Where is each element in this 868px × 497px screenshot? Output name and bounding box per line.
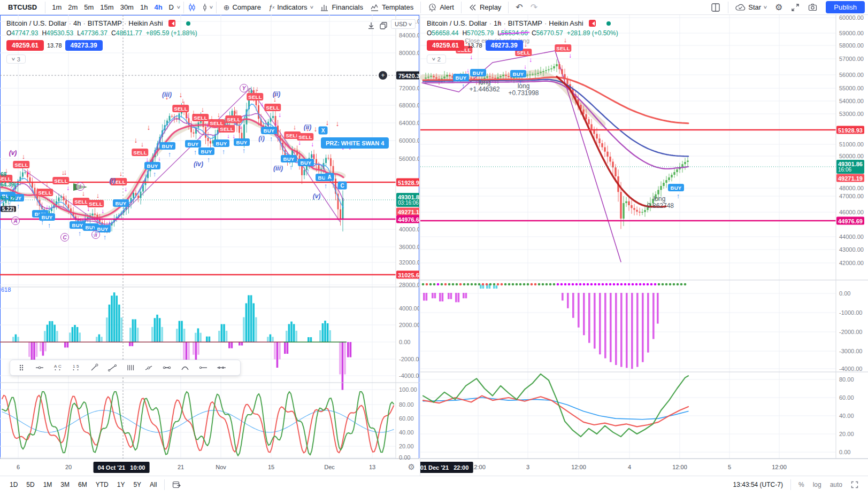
currency-unit-button[interactable]: USD∨ bbox=[391, 19, 416, 29]
camera-icon[interactable] bbox=[804, 3, 821, 11]
settings-gear-icon[interactable]: ⚙ bbox=[771, 3, 787, 12]
range-6m[interactable]: 6M bbox=[74, 479, 91, 491]
price-tick[interactable]: 46000.00 bbox=[839, 209, 864, 215]
price-tick[interactable]: 56000.00 bbox=[839, 72, 864, 78]
left-time-axis[interactable]: ⚙ 62021Nov15Dec1304 Oct '21 10:00 bbox=[0, 459, 419, 476]
price-tick[interactable]: 4000.00 bbox=[399, 305, 419, 312]
log-scale-button[interactable]: log bbox=[809, 479, 826, 491]
price-tick[interactable]: 56000.00 bbox=[399, 156, 419, 162]
time-label[interactable]: Dec bbox=[324, 464, 335, 470]
templates-button[interactable]: Templates bbox=[367, 1, 417, 14]
compare-button[interactable]: ⊕ Compare bbox=[220, 1, 265, 14]
sell-price-button[interactable]: 49259.61 bbox=[427, 40, 464, 51]
vertical-bars-icon[interactable] bbox=[121, 361, 140, 375]
buy-price-button[interactable]: 49273.39 bbox=[486, 40, 523, 51]
price-tick[interactable]: 0.00 bbox=[839, 290, 850, 297]
timeframe-D[interactable]: D bbox=[166, 3, 177, 11]
price-tick[interactable]: 36000.00 bbox=[399, 244, 419, 250]
price-tick[interactable]: 80.00 bbox=[839, 376, 854, 383]
sell-price-button[interactable]: 49259.61 bbox=[6, 40, 44, 51]
time-label[interactable]: 21 bbox=[178, 464, 184, 470]
symbol-button[interactable]: BTCUSD bbox=[3, 3, 42, 11]
price-tick[interactable]: 58000.00 bbox=[839, 42, 864, 49]
range-3m[interactable]: 3M bbox=[56, 479, 74, 491]
price-tick[interactable]: 20.00 bbox=[839, 431, 854, 437]
elliott-15-icon[interactable]: 15 bbox=[67, 361, 85, 375]
price-tick[interactable]: 40.00 bbox=[839, 413, 854, 419]
price-tick[interactable]: 40000.00 bbox=[399, 226, 419, 232]
price-tick[interactable]: 51000.00 bbox=[839, 141, 864, 147]
range-all[interactable]: All bbox=[145, 479, 161, 491]
price-tick[interactable]: 53000.00 bbox=[839, 111, 864, 117]
price-tick[interactable]: 48000.00 bbox=[839, 185, 864, 191]
maximize-chart-icon[interactable] bbox=[847, 479, 863, 491]
range-ytd[interactable]: YTD bbox=[91, 479, 113, 491]
price-tick[interactable]: -2000.00 bbox=[399, 356, 419, 362]
price-tick[interactable]: 84000.00 bbox=[399, 32, 419, 38]
price-tick[interactable]: 59000.00 bbox=[839, 30, 864, 36]
axis-settings-gear-icon[interactable]: ⚙ bbox=[408, 462, 415, 472]
trend-line-icon[interactable] bbox=[103, 361, 121, 375]
price-tick[interactable]: 57000.00 bbox=[839, 56, 864, 62]
price-tick[interactable]: 54000.00 bbox=[839, 98, 864, 104]
timeframe-1h[interactable]: 1h bbox=[137, 3, 151, 11]
clock-label[interactable]: 13:43:54 (UTC-7) bbox=[729, 481, 787, 488]
chevron-down-icon[interactable]: ∨ bbox=[209, 5, 213, 10]
price-tick[interactable]: 72000.00 bbox=[399, 85, 419, 91]
price-tick[interactable]: -3000.00 bbox=[839, 348, 862, 354]
save-layout-button[interactable]: Star ∨ bbox=[732, 1, 771, 14]
price-tick[interactable]: 80.00 bbox=[399, 401, 414, 408]
price-tick[interactable]: 68000.00 bbox=[399, 102, 419, 108]
price-tick[interactable]: 60.00 bbox=[839, 394, 854, 401]
time-label[interactable]: 12:00 bbox=[772, 464, 787, 470]
alert-button[interactable]: Alert bbox=[424, 1, 458, 14]
time-label[interactable]: 15 bbox=[268, 464, 274, 470]
price-tick[interactable]: 20.00 bbox=[399, 443, 414, 449]
financials-button[interactable]: Financials bbox=[317, 1, 367, 14]
pin-icon[interactable] bbox=[85, 361, 103, 375]
time-label[interactable]: 20 bbox=[65, 464, 72, 470]
price-tick[interactable]: 0.00 bbox=[839, 449, 850, 455]
price-tick[interactable]: 0.00 bbox=[399, 339, 410, 345]
drag-handle-icon[interactable] bbox=[12, 361, 30, 375]
price-tick[interactable]: 64000.00 bbox=[399, 120, 419, 126]
price-tick[interactable]: -4000.00 bbox=[399, 372, 419, 379]
price-tick[interactable]: -4000.00 bbox=[839, 366, 862, 372]
left-chart-title[interactable]: Bitcoin / U.S. Dollar · 4h · BITSTAMP · … bbox=[6, 19, 197, 27]
timeframe-4h[interactable]: 4h bbox=[151, 3, 165, 11]
time-label[interactable]: 12:00 bbox=[471, 464, 486, 470]
timeframe-5m[interactable]: 5m bbox=[81, 3, 97, 11]
price-tick[interactable]: 60.00 bbox=[399, 415, 414, 422]
price-tick[interactable]: 0.00 bbox=[399, 454, 410, 461]
chart-pane-right[interactable]: Bitcoin / U.S. Dollar · 1h · BITSTAMP · … bbox=[420, 15, 868, 476]
time-label[interactable]: 3 bbox=[526, 464, 529, 470]
timeframe-1m[interactable]: 1m bbox=[49, 3, 65, 11]
floating-drawing-toolbar[interactable]: AC15 bbox=[10, 360, 241, 376]
indicators-collapse-button[interactable]: ∨ 2 bbox=[427, 55, 446, 64]
range-1y[interactable]: 1Y bbox=[113, 479, 129, 491]
range-1m[interactable]: 1M bbox=[39, 479, 57, 491]
go-to-date-icon[interactable] bbox=[168, 479, 186, 491]
maximize-pane-icon[interactable] bbox=[378, 20, 389, 31]
crosshair-plus-button[interactable]: + bbox=[379, 71, 387, 80]
auto-scale-button[interactable]: auto bbox=[826, 479, 847, 491]
time-label[interactable]: 13 bbox=[369, 464, 375, 470]
price-tick[interactable]: 55000.00 bbox=[839, 85, 864, 91]
buy-price-button[interactable]: 49273.39 bbox=[65, 40, 103, 51]
timeframe-2m[interactable]: 2m bbox=[65, 3, 81, 11]
price-tick[interactable]: 50000.00 bbox=[839, 153, 864, 159]
timeframe-15m[interactable]: 15m bbox=[97, 3, 117, 11]
price-tick[interactable]: 47000.00 bbox=[839, 193, 864, 199]
time-label[interactable]: 6 bbox=[17, 464, 20, 470]
range-1d[interactable]: 1D bbox=[5, 479, 22, 491]
range-5y[interactable]: 5Y bbox=[129, 479, 145, 491]
price-tick[interactable]: 32000.00 bbox=[399, 259, 419, 266]
price-tick[interactable]: 40.00 bbox=[399, 429, 414, 436]
left-chart-canvas[interactable] bbox=[0, 15, 419, 476]
price-tick[interactable]: 28000.00 bbox=[399, 282, 419, 288]
fullscreen-icon[interactable] bbox=[787, 3, 804, 12]
chart-style-icon[interactable] bbox=[200, 3, 210, 12]
elliott-ac-icon[interactable]: AC bbox=[49, 361, 67, 375]
candlestick-style-icon[interactable] bbox=[187, 3, 197, 12]
timeframe-30m[interactable]: 30m bbox=[117, 3, 137, 11]
